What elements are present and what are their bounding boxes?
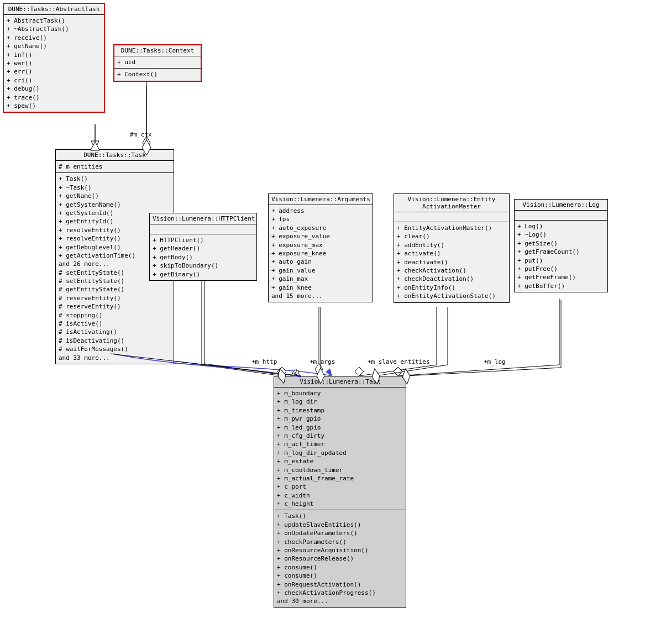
task-title: DUNE::Tasks::Task [56, 150, 174, 161]
arguments-fields: + address + fps + auto_exposure + exposu… [269, 205, 373, 302]
entity-activation-master-box: Vision::Lumenera::EntityActivationMaster… [394, 193, 510, 303]
entity-activation-master-empty [394, 212, 509, 222]
arguments-box: Vision::Lumenera::Arguments + address + … [268, 193, 373, 302]
http-client-box: Vision::Lumenera::HTTPClient + HTTPClien… [149, 213, 257, 281]
m-log-label: +m_log [484, 358, 506, 365]
http-client-title: Vision::Lumenera::HTTPClient [150, 213, 256, 224]
lumenera-task-title: Vision::Lumenera::Task [274, 376, 406, 388]
log-empty [515, 211, 607, 221]
svg-marker-15 [394, 367, 402, 376]
svg-line-34 [406, 368, 561, 376]
entity-activation-master-methods: + EntityActivationMaster() + clear() + a… [394, 222, 509, 302]
context-box: DUNE::Tasks::Context + uid + Context() [113, 44, 202, 82]
abstract-task-title: DUNE::Tasks::AbstractTask [4, 4, 104, 15]
svg-marker-4 [326, 369, 332, 376]
svg-marker-3 [143, 137, 150, 149]
log-box: Vision::Lumenera::Log + Log() + ~Log() +… [514, 199, 608, 292]
svg-line-31 [376, 365, 448, 376]
arguments-title: Vision::Lumenera::Arguments [269, 194, 373, 205]
task-fields: # m_entities [56, 161, 174, 173]
context-uid: + uid [114, 56, 201, 69]
entity-activation-master-title: Vision::Lumenera::EntityActivationMaster [394, 194, 509, 212]
log-methods: + Log() + ~Log() + getSize() + getFrameC… [515, 221, 607, 292]
lumenera-task-fields: + m_boundary + m_log_dir + m_timestamp +… [274, 388, 406, 510]
m-http-label: +m_http [251, 358, 277, 365]
abstract-task-box: DUNE::Tasks::AbstractTask + AbstractTask… [3, 3, 105, 113]
context-constructor: + Context() [114, 69, 201, 80]
svg-marker-1 [91, 141, 99, 149]
svg-line-6 [202, 365, 282, 376]
svg-marker-7 [277, 367, 286, 376]
m-slave-entities-label: +m_slave_entities [368, 358, 430, 365]
lumenera-task-methods: + Task() + updateSlaveEntities() + onUpd… [274, 510, 406, 607]
svg-line-26 [204, 364, 282, 375]
http-client-empty [150, 224, 256, 234]
context-title: DUNE::Tasks::Context [114, 45, 201, 56]
m-ctx-label: #m_ctx [130, 131, 152, 138]
svg-marker-17 [292, 369, 298, 376]
http-client-methods: + HTTPClient() + getHeader() + getBody()… [150, 234, 256, 280]
svg-line-14 [398, 365, 559, 376]
abstract-task-methods: + AbstractTask() + ~AbstractTask() + rec… [4, 15, 104, 112]
log-title: Vision::Lumenera::Log [515, 200, 607, 211]
m-args-label: +m_args [310, 358, 335, 365]
svg-marker-12 [355, 367, 364, 376]
lumenera-task-box: Vision::Lumenera::Task + m_boundary + m_… [274, 376, 406, 608]
diagram-container: DUNE::Tasks::AbstractTask + AbstractTask… [0, 0, 645, 644]
svg-line-11 [359, 365, 437, 376]
